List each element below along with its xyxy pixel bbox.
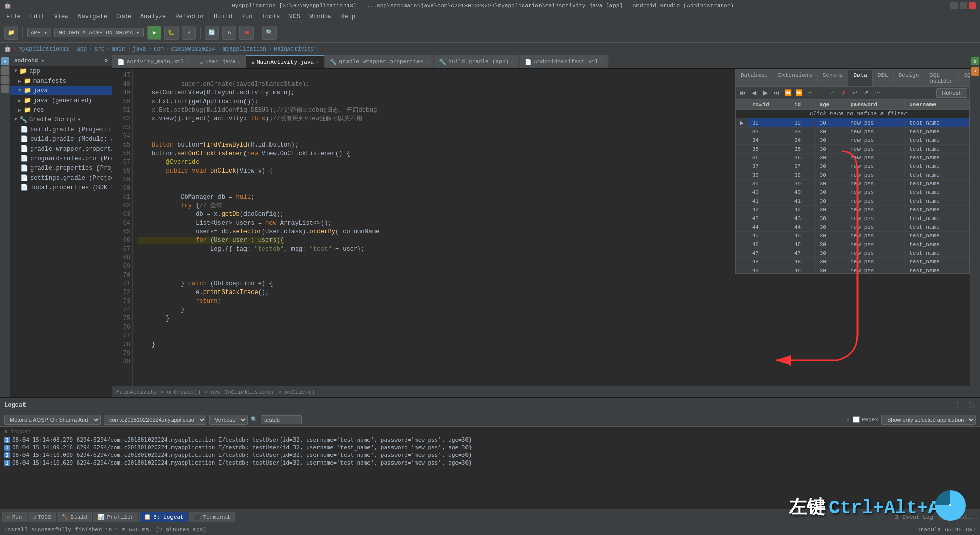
tool-terminal-btn[interactable]: ⬛ Terminal xyxy=(189,512,235,522)
cell-username[interactable]: test_name xyxy=(905,197,969,206)
cell-age[interactable]: 30 xyxy=(815,128,846,136)
db-table-row[interactable]: 33 33 30 new pss test_name xyxy=(736,128,969,136)
cell-rowid[interactable]: 32 xyxy=(748,118,790,128)
menu-refactor[interactable]: Refactor xyxy=(171,12,209,21)
db-prev-btn[interactable]: ◀ xyxy=(749,88,759,98)
cell-password[interactable]: new pss xyxy=(846,162,905,171)
db-table-row[interactable]: 42 42 30 new pss test_name xyxy=(736,206,969,214)
show-selected-dropdown[interactable]: Show only selected application xyxy=(881,415,976,425)
close-button[interactable] xyxy=(969,2,976,9)
cell-password[interactable]: new pss xyxy=(846,145,905,154)
menu-file[interactable]: File xyxy=(2,12,25,21)
breadcrumb-com[interactable]: com xyxy=(154,46,164,52)
cell-username[interactable]: test_name xyxy=(905,232,969,240)
left-icon-structure[interactable] xyxy=(1,66,9,75)
menu-navigate[interactable]: Navigate xyxy=(74,12,111,21)
cell-rowid[interactable]: 41 xyxy=(748,197,790,206)
cell-password[interactable]: new pss xyxy=(846,266,905,274)
cell-password[interactable]: new pss xyxy=(846,223,905,232)
db-col-id[interactable]: id xyxy=(790,100,815,110)
cell-id[interactable]: 33 xyxy=(790,128,815,136)
device-dropdown[interactable]: Motorola AOSP On Shama And xyxy=(4,415,101,425)
cell-username[interactable]: test_name xyxy=(905,223,969,232)
cell-rowid[interactable]: 48 xyxy=(748,258,790,266)
cell-age[interactable]: 30 xyxy=(815,232,846,240)
search-btn[interactable]: 🔍 xyxy=(262,26,277,40)
db-next-btn[interactable]: ▶ xyxy=(760,88,770,98)
right-icon-db[interactable]: D xyxy=(971,57,979,65)
menu-vcs[interactable]: VCS xyxy=(285,12,305,21)
cell-rowid[interactable]: 46 xyxy=(748,240,790,249)
cell-rowid[interactable]: 39 xyxy=(748,180,790,188)
db-table-row[interactable]: 40 40 30 new pss test_name xyxy=(736,188,969,197)
cell-id[interactable]: 41 xyxy=(790,197,815,206)
db-col-password[interactable]: password xyxy=(846,100,905,110)
tool-run-btn[interactable]: ▶ Run xyxy=(2,512,27,522)
db-table-row[interactable]: 46 46 30 new pss test_name xyxy=(736,240,969,249)
cell-id[interactable]: 44 xyxy=(790,223,815,232)
breadcrumb-java[interactable]: java xyxy=(133,46,146,52)
cell-rowid[interactable]: 43 xyxy=(748,214,790,223)
logcat-expand-btn[interactable]: ⬛ xyxy=(968,401,976,409)
db-table-row[interactable]: 48 48 30 new pss test_name xyxy=(736,258,969,266)
cell-password[interactable]: new pss xyxy=(846,118,905,128)
cell-username[interactable]: test_name xyxy=(905,118,969,128)
cell-password[interactable]: new pss xyxy=(846,240,905,249)
db-refresh-btn[interactable]: Refresh xyxy=(936,88,967,98)
cell-age[interactable]: 30 xyxy=(815,118,846,128)
cell-rowid[interactable]: 49 xyxy=(748,266,790,274)
db-table-row[interactable]: 47 47 30 new pss test_name xyxy=(736,249,969,258)
cell-username[interactable]: test_name xyxy=(905,180,969,188)
db-tab-ddl[interactable]: DDL xyxy=(873,70,894,86)
tree-java-generated[interactable]: ▶ 📁 java (generated) xyxy=(10,95,112,105)
menu-edit[interactable]: Edit xyxy=(26,12,49,21)
breadcrumb-app[interactable]: app xyxy=(77,46,87,52)
db-tab-sql[interactable]: SQL xyxy=(959,70,970,86)
cell-id[interactable]: 32 xyxy=(790,118,815,128)
db-table-row[interactable]: 43 43 30 new pss test_name xyxy=(736,214,969,223)
cell-id[interactable]: 37 xyxy=(790,162,815,171)
breadcrumb-pkg[interactable]: c201801020224 xyxy=(172,46,215,52)
cell-password[interactable]: new pss xyxy=(846,214,905,223)
stop-btn[interactable]: ⏹ xyxy=(239,26,254,40)
cell-password[interactable]: new pss xyxy=(846,188,905,197)
cell-password[interactable]: new pss xyxy=(846,171,905,180)
debug-btn[interactable]: 🐛 xyxy=(164,26,179,40)
db-tab-schema[interactable]: Schema xyxy=(818,70,849,86)
cell-rowid[interactable]: 42 xyxy=(748,206,790,214)
cell-password[interactable]: new pss xyxy=(846,249,905,258)
tab-user-java[interactable]: ☕ User.java ✕ xyxy=(194,55,246,68)
cell-rowid[interactable]: 40 xyxy=(748,188,790,197)
breadcrumb-main[interactable]: main xyxy=(112,46,125,52)
breadcrumb-myapp[interactable]: myapplication xyxy=(223,46,266,52)
menu-analyze[interactable]: Analyze xyxy=(136,12,170,21)
tree-gradle-wrapper[interactable]: 📄 gradle-wrapper.propertie... xyxy=(10,144,112,154)
cell-rowid[interactable]: 37 xyxy=(748,162,790,171)
cell-username[interactable]: test_name xyxy=(905,171,969,180)
cell-age[interactable]: 30 xyxy=(815,214,846,223)
db-prev-page-btn[interactable]: ⏪ xyxy=(782,88,793,98)
tree-java[interactable]: ▼ 📁 java xyxy=(10,86,112,95)
tree-proguard[interactable]: 📄 proguard-rules.pro (ProG... xyxy=(10,154,112,163)
cell-password[interactable]: new pss xyxy=(846,197,905,206)
db-table-row[interactable]: 35 35 30 new pss test_name xyxy=(736,145,969,154)
cell-username[interactable]: test_name xyxy=(905,240,969,249)
tree-settings-gradle[interactable]: 📄 settings.gradle (Project Se... xyxy=(10,173,112,183)
profile-btn[interactable]: ⚡ xyxy=(182,26,196,40)
breadcrumb-mainactivity[interactable]: MainActivity xyxy=(274,46,314,52)
cell-age[interactable]: 30 xyxy=(815,145,846,154)
cell-username[interactable]: test_name xyxy=(905,154,969,162)
level-dropdown[interactable]: Verbose Debug Info Warn Error xyxy=(209,415,248,425)
cell-age[interactable]: 30 xyxy=(815,240,846,249)
cell-username[interactable]: test_name xyxy=(905,266,969,274)
cell-id[interactable]: 45 xyxy=(790,232,815,240)
cell-id[interactable]: 46 xyxy=(790,240,815,249)
tab-android-manifest[interactable]: 📄 AndroidManifest.xml ✕ xyxy=(520,55,608,68)
cell-age[interactable]: 30 xyxy=(815,223,846,232)
cell-rowid[interactable]: 47 xyxy=(748,249,790,258)
db-tab-extensions[interactable]: Extensions xyxy=(773,70,818,86)
cell-password[interactable]: new pss xyxy=(846,206,905,214)
db-col-age[interactable]: age xyxy=(815,100,846,110)
cell-rowid[interactable]: 45 xyxy=(748,232,790,240)
breadcrumb-project[interactable]: MyApplication13 xyxy=(19,46,69,52)
